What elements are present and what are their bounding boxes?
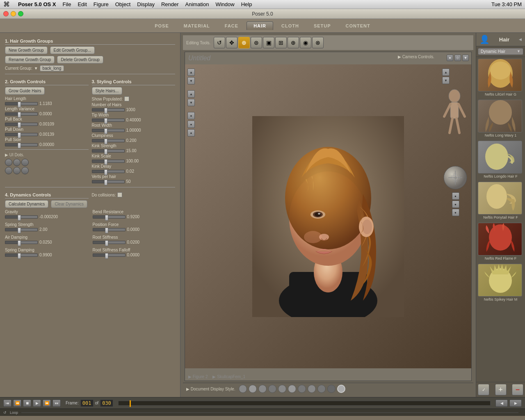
minimize-button[interactable] (11, 11, 16, 16)
transport-next-frame[interactable]: ⏩ (43, 399, 51, 407)
show-populated-checkbox[interactable] (124, 96, 129, 101)
display-style-8[interactable] (308, 385, 316, 393)
root-stiffness-slider[interactable] (93, 241, 126, 244)
do-collisions-checkbox[interactable] (117, 192, 122, 197)
verts-per-hair-slider[interactable] (92, 180, 125, 183)
scroll-4[interactable]: ▼ (187, 99, 195, 106)
display-style-7[interactable] (298, 385, 306, 393)
bend-resistance-slider[interactable] (93, 215, 126, 219)
close-button[interactable] (3, 11, 9, 16)
transport-range-right[interactable]: ▶ (509, 399, 522, 407)
menu-window[interactable]: Window (215, 1, 234, 7)
tab-cloth[interactable]: CLOTH (275, 22, 306, 30)
display-style-1[interactable] (239, 385, 247, 393)
ui-dot[interactable] (5, 167, 12, 174)
current-frame-display[interactable]: 001 (80, 399, 94, 407)
display-style-10[interactable] (327, 385, 336, 393)
transport-rewind-begin[interactable]: ⏮ (3, 399, 11, 407)
tab-content[interactable]: CONTENT (339, 22, 377, 30)
clear-dynamics-button[interactable]: Clear Dynamics (51, 200, 87, 208)
tool-twist[interactable]: ⊛ (251, 37, 262, 48)
tool-morph[interactable]: ⊗ (312, 37, 324, 48)
ui-dot[interactable] (13, 167, 21, 174)
zoom-button[interactable] (18, 11, 23, 16)
transport-stop[interactable]: ⏹ (23, 399, 31, 407)
menu-file[interactable]: File (63, 1, 71, 7)
ui-dot[interactable] (5, 159, 12, 166)
style-hairs-button[interactable]: Style Hairs... (92, 87, 123, 95)
add-button[interactable]: + (495, 384, 507, 395)
transport-end[interactable]: ⏭ (52, 399, 61, 407)
hair-item-lilgirl[interactable]: Neftis LilGirl Hair G (478, 59, 523, 96)
tool-translate[interactable]: ✥ (226, 37, 237, 48)
hair-item-spikey[interactable]: Neftis Spikey Hair M (478, 264, 523, 301)
scroll-3[interactable]: ▲ (187, 90, 195, 98)
kink-delay-slider[interactable] (92, 170, 125, 173)
menu-object[interactable]: Object (115, 1, 131, 7)
checkmark-button[interactable]: ✓ (478, 384, 489, 395)
tool-scale[interactable]: ⊕ (238, 37, 250, 48)
tip-width-slider[interactable] (92, 119, 125, 122)
rename-growth-group-button[interactable]: Rename Growth Group (5, 56, 55, 64)
nav-btn-1[interactable]: ● (452, 192, 459, 200)
kink-strength-slider[interactable] (92, 149, 125, 153)
hair-item-redflame[interactable]: Neftis Red Flame F (478, 223, 523, 260)
scroll-up[interactable]: ▲ (187, 68, 195, 76)
spring-damping-slider[interactable] (5, 253, 38, 257)
ui-dot[interactable] (21, 167, 29, 174)
display-style-9[interactable] (317, 385, 326, 393)
remove-button[interactable]: − (512, 384, 523, 395)
menu-animation[interactable]: Animation (185, 1, 209, 7)
transport-range-left[interactable]: ◀ (495, 399, 508, 407)
ui-dot[interactable] (21, 159, 29, 166)
hair-canvas[interactable] (185, 64, 471, 368)
tab-setup[interactable]: SETUP (307, 22, 338, 30)
delete-growth-group-button[interactable]: Delete Growth Group (57, 56, 103, 64)
menu-help[interactable]: Help (241, 1, 252, 7)
tool-chain-break[interactable]: ⊞ (275, 37, 287, 48)
hair-item-ponytail[interactable]: Neftis Ponytail Hair F (478, 182, 523, 219)
scroll-5[interactable]: ● (187, 112, 195, 119)
air-damping-slider[interactable] (5, 241, 38, 244)
tab-face[interactable]: FACE (218, 22, 245, 30)
length-variance-slider[interactable] (5, 112, 38, 116)
root-stiffness-falloff-slider[interactable] (93, 253, 126, 257)
display-style-6[interactable] (288, 385, 296, 393)
menu-figure[interactable]: Figure (94, 1, 109, 7)
viewport-btn-1[interactable]: ● (447, 55, 453, 61)
hair-item-longwavy[interactable]: Neftis Long Wavy 1 (478, 100, 523, 137)
cam-btn-down[interactable]: ▼ (442, 77, 450, 84)
dynamic-hair-dropdown[interactable]: Dynamic Hair ▼ (478, 48, 523, 55)
new-growth-group-button[interactable]: New Growth Group (5, 46, 48, 54)
tab-material[interactable]: MATERIAL (177, 22, 217, 30)
calculate-dynamics-button[interactable]: Calculate Dynamics (5, 200, 48, 208)
display-style-2[interactable] (249, 385, 257, 393)
tool-taper[interactable]: ▣ (263, 37, 274, 48)
display-style-5[interactable] (278, 385, 286, 393)
nav-btn-3[interactable]: ● (452, 209, 459, 216)
pull-down-slider[interactable] (5, 133, 38, 136)
apple-menu[interactable]: ⌘ (3, 0, 10, 8)
pull-side-slider[interactable] (5, 143, 38, 146)
hair-item-longdo[interactable]: Neftis Longdo Hair F (478, 141, 523, 178)
cam-btn-up[interactable]: ▲ (442, 68, 450, 76)
gravity-slider[interactable] (5, 215, 38, 219)
ui-dot[interactable] (13, 159, 21, 166)
timeline-scrubber[interactable] (118, 401, 491, 406)
transport-prev-frame[interactable]: ⏪ (13, 399, 21, 407)
menu-display[interactable]: Display (137, 1, 155, 7)
current-group-value[interactable]: back_long (40, 65, 64, 71)
menu-render[interactable]: Render (161, 1, 179, 7)
scroll-6[interactable]: ● (187, 121, 195, 128)
edit-growth-group-button[interactable]: Edit Growth Group... (50, 46, 95, 54)
tool-pose[interactable]: ◉ (300, 37, 311, 48)
total-frames-display[interactable]: 030 (100, 399, 113, 407)
display-style-3[interactable] (258, 385, 267, 393)
tool-rotate[interactable]: ↺ (214, 37, 225, 48)
viewport-btn-3[interactable]: ▼ (462, 55, 469, 61)
nav-btn-2[interactable]: ● (452, 201, 459, 208)
menu-edit[interactable]: Edit (78, 1, 87, 7)
grow-guide-hairs-button[interactable]: Grow Guide Hairs (5, 87, 45, 95)
right-header-arrow[interactable]: ◀ (519, 37, 522, 41)
root-width-slider[interactable] (92, 129, 125, 132)
